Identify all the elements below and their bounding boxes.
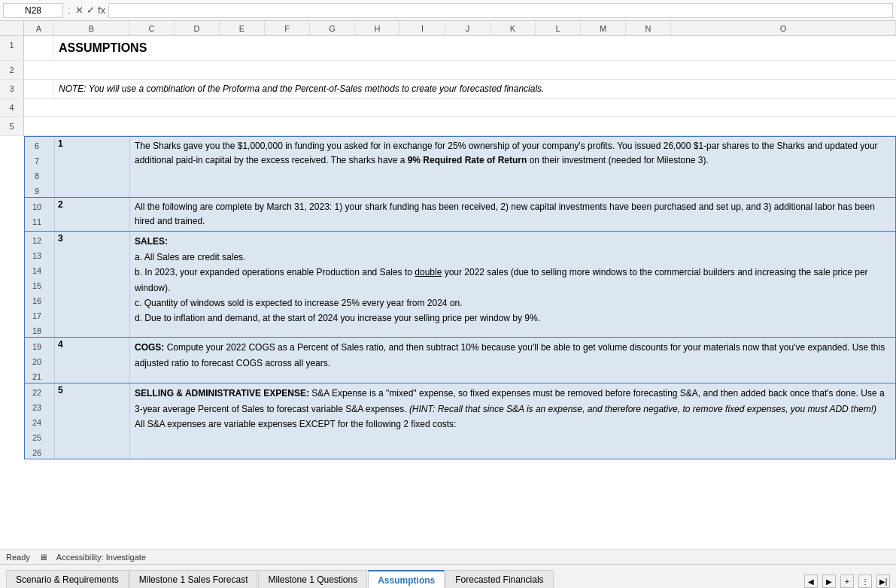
- row-num-1: 1: [0, 36, 24, 60]
- row-num-11: 11: [25, 213, 49, 228]
- item-3-num: 3: [55, 232, 130, 337]
- cell-a1[interactable]: [24, 36, 54, 60]
- formula-icons: ✕ ✓ fx: [75, 5, 105, 16]
- col-e-header[interactable]: E: [220, 21, 265, 35]
- formula-input[interactable]: [108, 3, 893, 18]
- item-4-row-nums: 19 20 21: [25, 338, 55, 383]
- item-3-row-nums: 12 13 14 15 16 17 18: [25, 232, 55, 337]
- corner-header: [0, 21, 24, 35]
- row-num-21: 21: [25, 368, 49, 383]
- item-4-rows: 19 20 21 4 COGS: Compute your 2022 COGS …: [25, 338, 895, 383]
- table-row: 3 NOTE: You will use a combination of th…: [0, 80, 896, 99]
- item-5-num: 5: [55, 383, 130, 459]
- col-g-header[interactable]: G: [310, 21, 355, 35]
- item-3-rows: 12 13 14 15 16 17 18 3 SALES: a. All Sal…: [25, 232, 895, 337]
- row-num-25: 25: [25, 429, 49, 444]
- row-num-13: 13: [25, 247, 49, 262]
- cancel-icon[interactable]: ✕: [75, 5, 84, 16]
- item-4-content[interactable]: COGS: Compute your 2022 COGS as a Percen…: [130, 338, 895, 383]
- item-2-rows: 10 11 2 All the following are complete b…: [25, 198, 895, 231]
- row-num-14: 14: [25, 262, 49, 277]
- item-5-block: 22 23 24 25 26 5 SELLING & ADMINISTRATIV…: [24, 383, 896, 459]
- col-d-header[interactable]: D: [175, 21, 220, 35]
- formula-bar: N28 : ✕ ✓ fx: [0, 0, 896, 21]
- table-row: 2: [0, 61, 896, 80]
- item-5-content[interactable]: SELLING & ADMINISTRATIVE EXPENSE: S&A Ex…: [130, 383, 895, 459]
- row-num-24: 24: [25, 414, 49, 429]
- row-num-12: 12: [25, 232, 49, 247]
- col-l-header[interactable]: L: [536, 21, 581, 35]
- row-num-17: 17: [25, 307, 49, 322]
- col-m-header[interactable]: M: [581, 21, 626, 35]
- row-num-15: 15: [25, 277, 49, 292]
- item-4-block: 19 20 21 4 COGS: Compute your 2022 COGS …: [24, 338, 896, 383]
- col-k-header[interactable]: K: [491, 21, 536, 35]
- table-row: 4: [0, 99, 896, 117]
- item-5-rows: 22 23 24 25 26 5 SELLING & ADMINISTRATIV…: [25, 383, 895, 459]
- col-c-header[interactable]: C: [129, 21, 175, 35]
- column-headers: A B C D E F G H I J K L M N O: [0, 21, 896, 36]
- row-num-5: 5: [0, 117, 24, 135]
- item-3-block: 12 13 14 15 16 17 18 3 SALES: a. All Sal…: [24, 232, 896, 338]
- row-num-6: 6: [25, 137, 49, 152]
- col-f-header[interactable]: F: [265, 21, 310, 35]
- item-1-num: 1: [55, 137, 130, 197]
- cell-empty-5[interactable]: [24, 117, 896, 135]
- item-4-num: 4: [55, 338, 130, 383]
- confirm-icon[interactable]: ✓: [87, 5, 95, 16]
- cell-note[interactable]: NOTE: You will use a combination of the …: [54, 80, 896, 98]
- item-1-content[interactable]: The Sharks gave you the $1,000,000 in fu…: [130, 137, 895, 197]
- item-5-row-nums: 22 23 24 25 26: [25, 383, 55, 459]
- row-num-7: 7: [25, 152, 49, 167]
- grid-container[interactable]: 1 ASSUMPTIONS 2 3 NOTE: You will use a c…: [0, 36, 896, 549]
- item-1-rows: 6 7 8 9 1 The Sharks gave you the $1,000…: [25, 137, 895, 197]
- row-num-19: 19: [25, 338, 49, 353]
- row-num-20: 20: [25, 353, 49, 368]
- fx-icon[interactable]: fx: [98, 5, 105, 16]
- item-2-content[interactable]: All the following are complete by March …: [130, 198, 895, 231]
- col-o-header[interactable]: O: [671, 21, 896, 35]
- item-1-block: 6 7 8 9 1 The Sharks gave you the $1,000…: [24, 136, 896, 198]
- item-2-row-nums: 10 11: [25, 198, 55, 231]
- row-num-3: 3: [0, 80, 24, 98]
- cell-empty-4[interactable]: [24, 99, 896, 117]
- row-num-10: 10: [25, 198, 49, 213]
- row-num-16: 16: [25, 292, 49, 307]
- cell-empty-2[interactable]: [24, 61, 896, 79]
- row-num-4: 4: [0, 99, 24, 117]
- row-num-18: 18: [25, 322, 49, 337]
- col-b-header[interactable]: B: [54, 21, 129, 35]
- item-3-content[interactable]: SALES: a. All Sales are credit sales. b.…: [130, 232, 895, 337]
- formula-divider: :: [66, 5, 72, 17]
- col-i-header[interactable]: I: [400, 21, 445, 35]
- item-2-block: 10 11 2 All the following are complete b…: [24, 198, 896, 232]
- row-num-8: 8: [25, 167, 49, 182]
- col-h-header[interactable]: H: [355, 21, 400, 35]
- row-num-26: 26: [25, 444, 49, 459]
- item-2-num: 2: [55, 198, 130, 231]
- item-1-row-nums: 6 7 8 9: [25, 137, 55, 197]
- row-num-9: 9: [25, 182, 49, 197]
- table-row: 1 ASSUMPTIONS: [0, 36, 896, 61]
- col-j-header[interactable]: J: [445, 21, 491, 35]
- col-a-header[interactable]: A: [24, 21, 54, 35]
- row-num-22: 22: [25, 383, 49, 399]
- row-num-2: 2: [0, 61, 24, 79]
- cell-assumptions-title[interactable]: ASSUMPTIONS: [54, 36, 896, 60]
- col-n-header[interactable]: N: [626, 21, 671, 35]
- table-row: 5: [0, 117, 896, 136]
- row-num-23: 23: [25, 399, 49, 414]
- cell-a3[interactable]: [24, 80, 54, 98]
- name-box[interactable]: N28: [3, 3, 63, 18]
